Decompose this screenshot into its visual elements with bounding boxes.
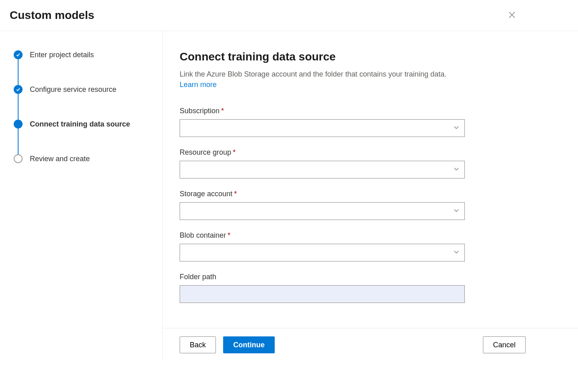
page-title: Custom models: [10, 9, 94, 22]
back-button[interactable]: Back: [180, 336, 216, 353]
required-indicator: *: [221, 107, 224, 115]
step-label: Configure service resource: [30, 85, 116, 94]
step-connector-line: [18, 129, 19, 154]
subscription-select[interactable]: [180, 119, 465, 137]
field-label-text: Storage account: [180, 190, 232, 198]
close-icon: [509, 12, 515, 19]
wizard-step-enter-project-details[interactable]: Enter project details: [14, 50, 153, 85]
main-content: Connect training data source Link the Az…: [163, 31, 578, 361]
storage-account-select[interactable]: [180, 202, 465, 220]
required-indicator: *: [233, 148, 236, 156]
folder-path-input[interactable]: [180, 285, 465, 303]
resource-group-label: Resource group*: [180, 148, 526, 157]
required-indicator: *: [234, 190, 237, 198]
wizard-footer: Back Continue Cancel: [163, 328, 578, 361]
required-indicator: *: [228, 231, 230, 239]
step-completed-icon: [14, 85, 23, 94]
subscription-label: Subscription*: [180, 107, 526, 115]
learn-more-link[interactable]: Learn more: [180, 81, 217, 89]
cancel-button[interactable]: Cancel: [483, 336, 526, 353]
step-current-icon: [14, 120, 23, 129]
section-heading: Connect training data source: [180, 50, 526, 63]
wizard-step-configure-service-resource[interactable]: Configure service resource: [14, 85, 153, 120]
step-label: Enter project details: [30, 50, 94, 59]
folder-path-label: Folder path: [180, 273, 526, 281]
field-label-text: Folder path: [180, 273, 216, 281]
continue-button[interactable]: Continue: [223, 336, 275, 353]
section-description-text: Link the Azure Blob Storage account and …: [180, 70, 446, 78]
resource-group-select[interactable]: [180, 161, 465, 178]
field-label-text: Resource group: [180, 148, 231, 156]
wizard-steps-sidebar: Enter project details Configure service …: [0, 31, 163, 361]
wizard-step-review-and-create[interactable]: Review and create: [14, 154, 153, 189]
section-description: Link the Azure Blob Storage account and …: [180, 69, 462, 90]
step-label: Connect training data source: [30, 120, 130, 129]
step-label: Review and create: [30, 154, 90, 163]
storage-account-label: Storage account*: [180, 190, 526, 198]
wizard-step-connect-training-data-source[interactable]: Connect training data source: [14, 120, 153, 154]
page-header: Custom models: [0, 0, 578, 31]
field-label-text: Subscription: [180, 107, 220, 115]
step-upcoming-icon: [14, 154, 23, 163]
blob-container-select[interactable]: [180, 244, 465, 261]
blob-container-label: Blob container*: [180, 231, 526, 240]
field-label-text: Blob container: [180, 231, 226, 239]
step-connector-line: [18, 94, 19, 120]
step-connector-line: [18, 59, 19, 85]
close-button[interactable]: [504, 7, 520, 23]
step-completed-icon: [14, 50, 23, 59]
